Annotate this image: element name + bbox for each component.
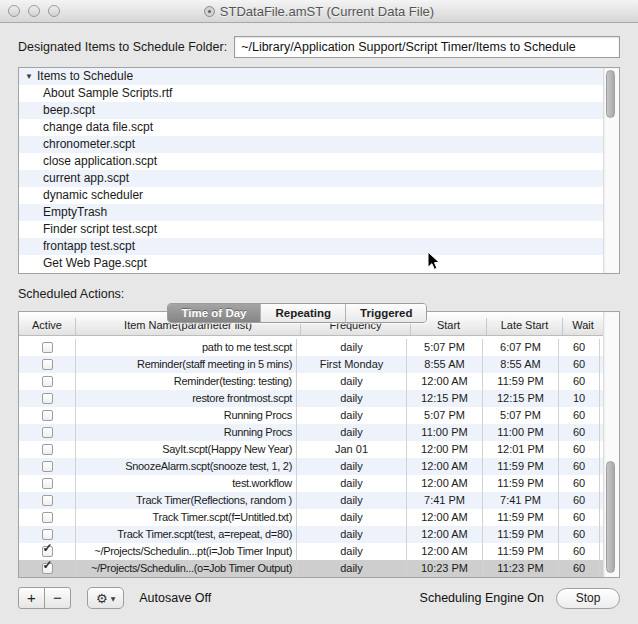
wait-cell: 60: [559, 373, 600, 390]
disclosure-triangle-icon[interactable]: ▼: [25, 68, 37, 85]
table-row[interactable]: Track Timer.scpt(test, a=repeat, d=80)da…: [19, 526, 619, 543]
item-cell: test.workflow: [76, 475, 297, 492]
list-item[interactable]: chronometer.scpt: [19, 136, 619, 153]
table-row[interactable]: Track Timer.scpt(f=Untitled.txt)daily12:…: [19, 509, 619, 526]
table-row[interactable]: Running Procsdaily5:07 PM5:07 PM60: [19, 407, 619, 424]
stop-button[interactable]: Stop: [556, 588, 620, 609]
start-cell: 12:00 AM: [407, 458, 483, 475]
active-cell: [19, 339, 76, 356]
wait-cell: 60: [559, 441, 600, 458]
gear-icon: ⚙: [96, 592, 108, 605]
table-row[interactable]: SayIt.scpt(Happy New Year)Jan 0112:00 PM…: [19, 441, 619, 458]
item-cell: Running Procs: [76, 424, 297, 441]
action-menu-button[interactable]: ⚙ ▼: [87, 587, 124, 609]
wait-cell: 60: [559, 543, 600, 560]
checkbox-unchecked[interactable]: [42, 495, 53, 506]
table-row[interactable]: Reminder(testing: testing)daily12:00 AM1…: [19, 373, 619, 390]
items-scrollbar-thumb[interactable]: [606, 70, 615, 118]
active-cell: [19, 373, 76, 390]
list-item[interactable]: Get Web Page.scpt: [19, 255, 619, 272]
frequency-cell: daily: [297, 492, 407, 509]
table-scrollbar[interactable]: [603, 312, 619, 577]
folder-path-input[interactable]: [234, 36, 620, 58]
late-start-cell: 5:07 PM: [483, 407, 559, 424]
start-cell: 12:00 AM: [407, 373, 483, 390]
item-cell: SayIt.scpt(Happy New Year): [76, 441, 297, 458]
wait-cell: 60: [559, 339, 600, 356]
late-start-cell: 11:59 PM: [483, 475, 559, 492]
checkbox-unchecked[interactable]: [42, 376, 53, 387]
start-cell: 10:23 PM: [407, 560, 483, 577]
active-cell: ✓: [19, 560, 76, 577]
wait-cell: 60: [559, 424, 600, 441]
table-row[interactable]: Track Timer(Reflections, random )daily7:…: [19, 492, 619, 509]
table-row[interactable]: SnoozeAlarm.scpt(snooze test, 1, 2)daily…: [19, 458, 619, 475]
list-item[interactable]: dynamic scheduler: [19, 187, 619, 204]
autosave-status: Autosave Off: [139, 591, 211, 605]
table-row[interactable]: ✓~/Projects/Schedulin...pt(i=Job Timer I…: [19, 543, 619, 560]
list-item[interactable]: EmptyTrash: [19, 204, 619, 221]
zoom-button[interactable]: [48, 5, 60, 17]
checkmark-icon: ✓: [43, 543, 53, 554]
checkbox-unchecked[interactable]: [42, 512, 53, 523]
checkbox-unchecked[interactable]: [42, 444, 53, 455]
mouse-cursor: [427, 251, 441, 275]
late-start-cell: 11:59 PM: [483, 509, 559, 526]
table-row[interactable]: Running Procsdaily11:00 PM11:00 PM60: [19, 424, 619, 441]
tab-time-of-day[interactable]: Time of Day: [168, 304, 261, 322]
late-start-cell: 6:07 PM: [483, 339, 559, 356]
checkbox-checked[interactable]: ✓: [42, 546, 53, 557]
checkbox-unchecked[interactable]: [42, 342, 53, 353]
active-cell: [19, 509, 76, 526]
checkbox-unchecked[interactable]: [42, 410, 53, 421]
checkbox-checked[interactable]: ✓: [42, 563, 53, 574]
minimize-button[interactable]: [28, 5, 40, 17]
active-cell: [19, 441, 76, 458]
checkbox-unchecked[interactable]: [42, 478, 53, 489]
late-start-cell: 11:59 PM: [483, 373, 559, 390]
tab-repeating[interactable]: Repeating: [260, 304, 345, 322]
table-row[interactable]: ✓~/Projects/Schedulin...(o=Job Timer Out…: [19, 560, 619, 577]
checkbox-unchecked[interactable]: [42, 529, 53, 540]
late-start-cell: 11:23 PM: [483, 560, 559, 577]
start-cell: 12:15 PM: [407, 390, 483, 407]
tab-triggered[interactable]: Triggered: [345, 304, 426, 322]
start-cell: 8:55 AM: [407, 356, 483, 373]
list-item[interactable]: beep.scpt: [19, 102, 619, 119]
start-cell: 12:00 AM: [407, 543, 483, 560]
item-cell: SnoozeAlarm.scpt(snooze test, 1, 2): [76, 458, 297, 475]
list-item[interactable]: frontapp test.scpt: [19, 238, 619, 255]
table-row[interactable]: restore frontmost.scptdaily12:15 PM12:15…: [19, 390, 619, 407]
start-cell: 5:07 PM: [407, 407, 483, 424]
items-scrollbar[interactable]: [603, 68, 619, 273]
list-item[interactable]: close application.scpt: [19, 153, 619, 170]
item-cell: path to me test.scpt: [76, 339, 297, 356]
list-item[interactable]: change data file.scpt: [19, 119, 619, 136]
checkbox-unchecked[interactable]: [42, 359, 53, 370]
checkbox-unchecked[interactable]: [42, 393, 53, 404]
list-item[interactable]: Finder script test.scpt: [19, 221, 619, 238]
table-row[interactable]: path to me test.scptdaily5:07 PM6:07 PM6…: [19, 339, 619, 356]
wait-cell: 60: [559, 458, 600, 475]
table-row[interactable]: test.workflowdaily12:00 AM11:59 PM60: [19, 475, 619, 492]
frequency-cell: daily: [297, 407, 407, 424]
frequency-cell: daily: [297, 390, 407, 407]
list-item[interactable]: current app.scpt: [19, 170, 619, 187]
wait-cell: 60: [559, 526, 600, 543]
item-cell: Reminder(testing: testing): [76, 373, 297, 390]
table-scrollbar-thumb[interactable]: [606, 461, 615, 573]
checkbox-unchecked[interactable]: [42, 461, 53, 472]
table-row[interactable]: Reminder(staff meeting in 5 mins)First M…: [19, 356, 619, 373]
list-item[interactable]: About Sample Scripts.rtf: [19, 85, 619, 102]
frequency-cell: daily: [297, 475, 407, 492]
add-button[interactable]: +: [18, 587, 45, 609]
item-cell: Running Procs: [76, 407, 297, 424]
start-cell: 12:00 AM: [407, 526, 483, 543]
checkmark-icon: ✓: [43, 560, 53, 571]
active-cell: [19, 356, 76, 373]
checkbox-unchecked[interactable]: [42, 427, 53, 438]
items-group-row[interactable]: ▼Items to Schedule: [19, 68, 619, 85]
remove-button[interactable]: −: [44, 587, 71, 609]
close-button[interactable]: [8, 5, 20, 17]
start-cell: 7:41 PM: [407, 492, 483, 509]
